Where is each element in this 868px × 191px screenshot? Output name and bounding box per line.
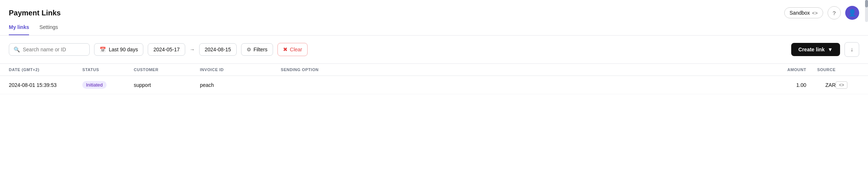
toolbar: 🔍 📅 Last 90 days 2024-05-17 → 2024-08-15… — [0, 36, 868, 63]
search-box: 🔍 — [9, 43, 90, 56]
tab-settings[interactable]: Settings — [39, 24, 58, 35]
mini-scrollbar[interactable] — [865, 0, 868, 22]
col-header-extra2 — [850, 67, 859, 72]
date-to-button[interactable]: 2024-08-15 — [199, 43, 237, 56]
cell-source[interactable]: <> — [836, 81, 850, 89]
cell-currency: ZAR — [806, 82, 836, 88]
date-arrow-separator: → — [190, 47, 195, 52]
cell-invoice-id: peach — [200, 82, 281, 88]
col-header-extra1 — [836, 67, 850, 72]
col-header-sending-option: SENDING OPTION — [281, 67, 762, 72]
avatar-icon: 👤 — [848, 9, 856, 17]
sandbox-label: Sandbox — [790, 10, 810, 16]
source-code-tag: <> — [836, 81, 847, 89]
col-header-date: DATE (GMT+2) — [9, 67, 82, 72]
toolbar-right: Create link ▼ ↓ — [791, 42, 859, 57]
tabs: My links Settings — [0, 20, 868, 36]
status-badge: Initiated — [82, 81, 107, 89]
col-header-customer: CUSTOMER — [134, 67, 200, 72]
col-header-invoice-id: INVOICE ID — [200, 67, 281, 72]
date-from-button[interactable]: 2024-05-17 — [148, 43, 185, 56]
filter-sliders-icon: ⚙ — [247, 47, 251, 52]
filters-label: Filters — [254, 47, 268, 52]
clear-label: Clear — [290, 47, 302, 52]
avatar[interactable]: 👤 — [845, 6, 859, 20]
cell-amount: 1.00 — [762, 82, 806, 88]
clear-circle-icon: ✖ — [283, 46, 288, 53]
create-link-button[interactable]: Create link ▼ — [791, 43, 840, 56]
calendar-icon: 📅 — [100, 47, 106, 52]
date-to-value: 2024-08-15 — [205, 47, 231, 52]
date-range-label: Last 90 days — [109, 47, 138, 52]
page-title: Payment Links — [9, 9, 61, 17]
table-row[interactable]: 2024-08-01 15:39:53 Initiated support pe… — [0, 76, 868, 94]
help-icon: ? — [833, 10, 836, 16]
top-bar-right: Sandbox <> ? 👤 — [784, 6, 859, 20]
date-range-button[interactable]: 📅 Last 90 days — [94, 43, 143, 56]
date-from-value: 2024-05-17 — [153, 47, 180, 52]
search-icon: 🔍 — [14, 47, 20, 52]
cell-status: Initiated — [82, 81, 134, 89]
table-header: DATE (GMT+2) STATUS CUSTOMER INVOICE ID … — [0, 64, 868, 76]
col-header-status: STATUS — [82, 67, 134, 72]
top-bar: Payment Links Sandbox <> ? 👤 — [0, 0, 868, 20]
create-link-label: Create link — [799, 47, 825, 52]
filters-button[interactable]: ⚙ Filters — [241, 43, 273, 56]
cell-date: 2024-08-01 15:39:53 — [9, 82, 82, 88]
search-input[interactable] — [23, 47, 85, 52]
sandbox-button[interactable]: Sandbox <> — [784, 7, 823, 18]
help-button[interactable]: ? — [828, 6, 841, 19]
create-link-dropdown-icon: ▼ — [828, 47, 833, 52]
download-button[interactable]: ↓ — [844, 42, 859, 57]
download-icon: ↓ — [850, 46, 853, 53]
scrollbar-thumb — [865, 0, 868, 7]
table: DATE (GMT+2) STATUS CUSTOMER INVOICE ID … — [0, 63, 868, 94]
col-header-source: SOURCE — [806, 67, 836, 72]
sandbox-code-icon: <> — [812, 10, 818, 16]
clear-button[interactable]: ✖ Clear — [277, 43, 308, 56]
col-header-amount: AMOUNT — [762, 67, 806, 72]
tab-my-links[interactable]: My links — [9, 24, 29, 35]
cell-customer: support — [134, 82, 200, 88]
